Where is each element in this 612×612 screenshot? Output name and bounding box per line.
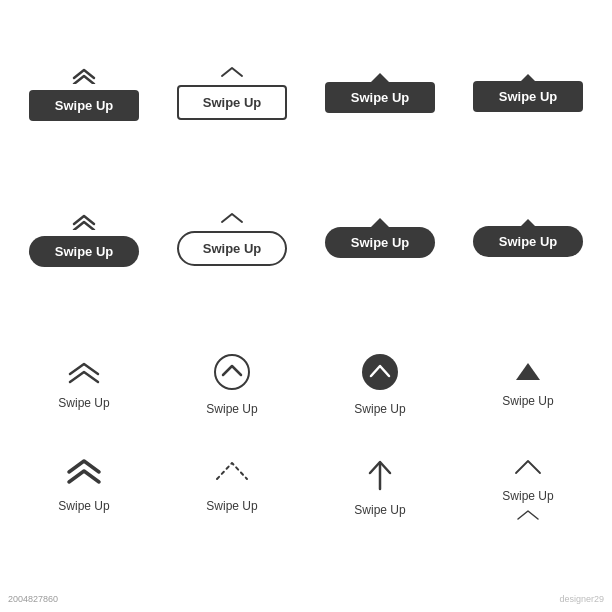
svg-point-1 bbox=[362, 354, 398, 390]
watermark-brand: designer29 bbox=[559, 594, 604, 604]
swipe-up-square-outline[interactable]: Swipe Up bbox=[177, 65, 287, 120]
swipe-up-icon-double-chevron[interactable]: Swipe Up bbox=[58, 358, 109, 410]
swipe-up-icon-circle-chevron[interactable]: Swipe Up bbox=[206, 352, 257, 416]
swipe-up-icon-small-triangle[interactable]: Swipe Up bbox=[502, 360, 553, 408]
swipe-up-button-3[interactable]: Swipe Up bbox=[325, 82, 435, 113]
swipe-up-button-6[interactable]: Swipe Up bbox=[177, 231, 287, 266]
swipe-up-button-8[interactable]: Swipe Up bbox=[473, 226, 583, 257]
swipe-up-pill-filled[interactable]: Swipe Up bbox=[29, 210, 139, 267]
swipe-up-button-1[interactable]: Swipe Up bbox=[29, 90, 139, 121]
swipe-up-icon-thin-chevron[interactable]: Swipe Up bbox=[502, 457, 553, 525]
swipe-up-square-peak[interactable]: Swipe Up bbox=[473, 74, 583, 112]
circle-chevron-icon bbox=[212, 352, 252, 392]
watermark-id: 2004827860 bbox=[8, 594, 58, 604]
swipe-up-square-notch[interactable]: Swipe Up bbox=[325, 73, 435, 113]
thin-chevron-sub-icon bbox=[516, 509, 540, 523]
thin-chevron-icon bbox=[513, 457, 543, 479]
double-chevron-standalone-icon bbox=[66, 358, 102, 386]
swipe-up-label-10: Swipe Up bbox=[206, 402, 257, 416]
dot-chevron-icon bbox=[213, 457, 251, 489]
bold-double-chevron-icon bbox=[65, 457, 103, 489]
arrow-up-icon bbox=[365, 457, 395, 493]
chevron-up-icon-2 bbox=[218, 211, 246, 225]
swipe-up-square-filled[interactable]: Swipe Up bbox=[29, 64, 139, 121]
swipe-up-icon-arrow-up[interactable]: Swipe Up bbox=[354, 457, 405, 517]
swipe-up-pill-outline[interactable]: Swipe Up bbox=[177, 211, 287, 266]
swipe-up-label-16: Swipe Up bbox=[502, 489, 553, 503]
swipe-up-button-4[interactable]: Swipe Up bbox=[473, 81, 583, 112]
swipe-up-pill-peak[interactable]: Swipe Up bbox=[473, 219, 583, 257]
swipe-up-button-2[interactable]: Swipe Up bbox=[177, 85, 287, 120]
svg-point-0 bbox=[215, 355, 249, 389]
swipe-up-label-12: Swipe Up bbox=[502, 394, 553, 408]
double-chevron-icon-2 bbox=[70, 210, 98, 230]
swipe-up-label-11: Swipe Up bbox=[354, 402, 405, 416]
svg-marker-2 bbox=[516, 363, 540, 380]
swipe-up-label-14: Swipe Up bbox=[206, 499, 257, 513]
swipe-up-pill-notch[interactable]: Swipe Up bbox=[325, 218, 435, 258]
filled-circle-arrow-icon bbox=[360, 352, 400, 392]
swipe-up-icon-dot-chevron[interactable]: Swipe Up bbox=[206, 457, 257, 513]
swipe-up-label-13: Swipe Up bbox=[58, 499, 109, 513]
swipe-up-button-5[interactable]: Swipe Up bbox=[29, 236, 139, 267]
small-triangle-icon bbox=[513, 360, 543, 384]
swipe-up-label-15: Swipe Up bbox=[354, 503, 405, 517]
swipe-up-icon-filled-circle[interactable]: Swipe Up bbox=[354, 352, 405, 416]
chevron-up-icon bbox=[218, 65, 246, 79]
swipe-up-button-7[interactable]: Swipe Up bbox=[325, 227, 435, 258]
double-chevron-icon bbox=[70, 64, 98, 84]
swipe-up-label-9: Swipe Up bbox=[58, 396, 109, 410]
swipe-up-icon-bold-double[interactable]: Swipe Up bbox=[58, 457, 109, 513]
